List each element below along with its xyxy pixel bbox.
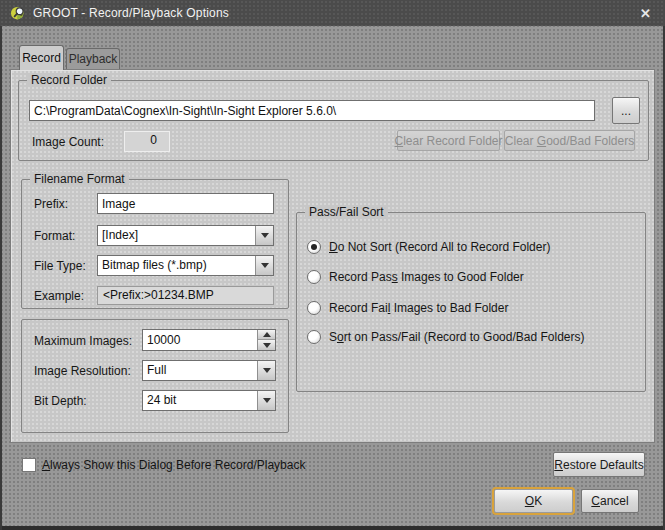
maximum-images-value: 10000 [147, 330, 255, 350]
example-label: Example: [34, 288, 84, 304]
ok-button[interactable]: OK [494, 489, 573, 513]
radio-do-not-sort[interactable]: Do Not Sort (Record All to Record Folder… [307, 239, 550, 255]
button-label-part: K [534, 494, 542, 508]
radio-sort-on-pass-fail[interactable]: Sort on Pass/Fail (Record to Good/Bad Fo… [307, 329, 584, 345]
button-label-part: ancel [600, 494, 629, 508]
image-resolution-dropdown[interactable]: Full [142, 360, 276, 381]
radio-label: Record Fail Images to Bad Folder [329, 301, 508, 315]
image-count-value: 0 [124, 131, 170, 152]
button-label-part: ood/Bad Folders [546, 134, 634, 148]
bit-depth-dropdown[interactable]: 24 bit [142, 390, 276, 411]
button-label-accel: C [394, 134, 403, 148]
record-folder-path-input[interactable] [29, 100, 595, 121]
format-dropdown[interactable]: [Index] [97, 225, 274, 246]
tab-record[interactable]: Record [19, 45, 64, 70]
maximum-images-stepper[interactable]: 10000 [142, 329, 276, 351]
pass-fail-sort-legend: Pass/Fail Sort [305, 205, 388, 219]
file-type-dropdown[interactable]: Bitmap files (*.bmp) [97, 255, 274, 276]
button-label-part: estore Defaults [563, 458, 644, 472]
button-label-part: lear Record Folder [403, 134, 502, 148]
chevron-down-icon[interactable] [255, 256, 273, 275]
bit-depth-label: Bit Depth: [34, 393, 87, 409]
record-folder-legend: Record Folder [27, 73, 111, 87]
chevron-down-icon[interactable] [257, 361, 275, 380]
bit-depth-value: 24 bit [147, 391, 255, 410]
cancel-button[interactable]: Cancel [581, 489, 639, 513]
restore-defaults-button[interactable]: Restore Defaults [553, 452, 645, 477]
button-label-accel: C [591, 494, 600, 508]
radio-record-fail-to-bad[interactable]: Record Fail Images to Bad Folder [307, 300, 508, 316]
clear-goodbad-folders-button[interactable]: Clear Good/Bad Folders [504, 130, 635, 151]
title-bar: GROOT - Record/Playback Options ✕ [0, 0, 665, 26]
prefix-label: Prefix: [34, 196, 68, 212]
radio-label: Sort on Pass/Fail (Record to Good/Bad Fo… [329, 330, 584, 344]
image-resolution-value: Full [147, 361, 255, 380]
radio-button-icon[interactable] [307, 301, 321, 315]
spin-down-button[interactable] [258, 340, 275, 350]
filename-format-legend: Filename Format [30, 172, 129, 186]
always-show-checkbox[interactable] [22, 458, 36, 472]
spin-up-button[interactable] [258, 330, 275, 340]
button-label-accel: G [537, 134, 546, 148]
tab-playback[interactable]: Playback [66, 48, 120, 70]
radio-record-pass-to-good[interactable]: Record Pass Images to Good Folder [307, 269, 524, 285]
record-tab-page: Record Folder ... Image Count: 0 Clear R… [10, 69, 655, 443]
close-icon[interactable]: ✕ [636, 6, 655, 21]
radio-button-icon[interactable] [307, 240, 321, 254]
window-title: GROOT - Record/Playback Options [33, 6, 229, 20]
button-label-accel: O [525, 494, 534, 508]
button-label-accel: R [554, 458, 563, 472]
pass-fail-sort-group: Pass/Fail Sort Do Not Sort (Record All t… [296, 212, 646, 392]
file-type-label: File Type: [34, 258, 86, 274]
image-count-label: Image Count: [32, 134, 104, 150]
maximum-images-label: Maximum Images: [34, 333, 132, 349]
chevron-down-icon[interactable] [257, 391, 275, 410]
browse-folder-button[interactable]: ... [612, 97, 640, 124]
chevron-down-icon[interactable] [255, 226, 273, 245]
image-settings-group: Maximum Images: 10000 Image Resolution: … [21, 319, 289, 433]
clear-record-folder-button[interactable]: Clear Record Folder [397, 130, 500, 151]
image-resolution-label: Image Resolution: [34, 363, 131, 379]
prefix-input[interactable] [97, 193, 274, 214]
record-folder-group: Record Folder ... Image Count: 0 Clear R… [18, 80, 649, 161]
up-down-arrows-icon [257, 330, 275, 350]
radio-label: Record Pass Images to Good Folder [329, 270, 524, 284]
radio-label: Do Not Sort (Record All to Record Folder… [329, 240, 550, 254]
radio-button-icon[interactable] [307, 330, 321, 344]
app-icon [10, 5, 26, 21]
button-label-part: Clear [505, 134, 537, 148]
example-value: <Prefix:>01234.BMP [97, 286, 274, 305]
dialog-window: GROOT - Record/Playback Options ✕ Record… [0, 0, 665, 530]
filename-format-group: Filename Format Prefix: Format: [Index] … [21, 179, 289, 309]
radio-button-icon[interactable] [307, 270, 321, 284]
always-show-label: Always Show this Dialog Before Record/Pl… [42, 458, 305, 472]
format-value: [Index] [102, 226, 253, 245]
file-type-value: Bitmap files (*.bmp) [102, 256, 253, 275]
format-label: Format: [34, 228, 75, 244]
